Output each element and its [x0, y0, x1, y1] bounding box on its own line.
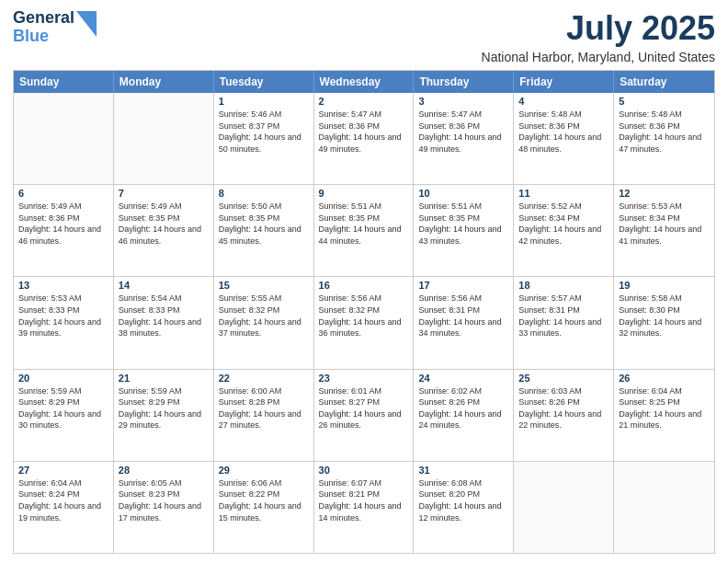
calendar-cell: 13Sunrise: 5:53 AM Sunset: 8:33 PM Dayli… [14, 277, 114, 368]
day-number: 26 [619, 373, 710, 384]
day-number: 29 [219, 465, 309, 476]
calendar-header: SundayMondayTuesdayWednesdayThursdayFrid… [14, 71, 714, 93]
day-number: 8 [219, 188, 309, 199]
day-number: 27 [18, 465, 108, 476]
day-number: 15 [219, 280, 309, 291]
calendar-body: 1Sunrise: 5:46 AM Sunset: 8:37 PM Daylig… [14, 93, 714, 553]
day-number: 11 [518, 188, 609, 199]
calendar-cell: 27Sunrise: 6:04 AM Sunset: 8:24 PM Dayli… [14, 462, 114, 553]
day-number: 16 [319, 280, 409, 291]
day-header-wednesday: Wednesday [314, 71, 415, 93]
cell-sun-info: Sunrise: 5:53 AM Sunset: 8:34 PM Dayligh… [619, 201, 710, 247]
calendar-cell: 11Sunrise: 5:52 AM Sunset: 8:34 PM Dayli… [514, 185, 614, 276]
day-number: 24 [418, 373, 508, 384]
day-number: 17 [418, 280, 508, 291]
day-header-thursday: Thursday [414, 71, 514, 93]
cell-sun-info: Sunrise: 5:51 AM Sunset: 8:35 PM Dayligh… [418, 201, 508, 247]
calendar-cell: 30Sunrise: 6:07 AM Sunset: 8:21 PM Dayli… [314, 462, 415, 553]
day-header-tuesday: Tuesday [214, 71, 314, 93]
cell-sun-info: Sunrise: 6:07 AM Sunset: 8:21 PM Dayligh… [319, 477, 409, 523]
cell-sun-info: Sunrise: 5:48 AM Sunset: 8:36 PM Dayligh… [619, 109, 710, 155]
calendar-cell [114, 93, 214, 184]
cell-sun-info: Sunrise: 6:00 AM Sunset: 8:28 PM Dayligh… [219, 385, 309, 431]
cell-sun-info: Sunrise: 5:59 AM Sunset: 8:29 PM Dayligh… [18, 385, 108, 431]
calendar-cell: 2Sunrise: 5:47 AM Sunset: 8:36 PM Daylig… [314, 93, 415, 184]
calendar-week-3: 13Sunrise: 5:53 AM Sunset: 8:33 PM Dayli… [14, 277, 714, 369]
day-number: 12 [619, 188, 710, 199]
day-header-monday: Monday [114, 71, 214, 93]
day-number: 13 [18, 280, 108, 291]
cell-sun-info: Sunrise: 5:56 AM Sunset: 8:32 PM Dayligh… [319, 293, 409, 339]
subtitle: National Harbor, Maryland, United States [482, 50, 715, 64]
cell-sun-info: Sunrise: 5:58 AM Sunset: 8:30 PM Dayligh… [619, 293, 710, 339]
calendar-cell: 8Sunrise: 5:50 AM Sunset: 8:35 PM Daylig… [214, 185, 314, 276]
calendar-week-4: 20Sunrise: 5:59 AM Sunset: 8:29 PM Dayli… [14, 370, 714, 462]
cell-sun-info: Sunrise: 6:06 AM Sunset: 8:22 PM Dayligh… [219, 477, 309, 523]
day-number: 2 [319, 96, 409, 107]
logo: General Blue [13, 9, 97, 46]
day-number: 22 [219, 373, 309, 384]
day-number: 14 [119, 280, 209, 291]
day-number: 9 [319, 188, 409, 199]
cell-sun-info: Sunrise: 5:47 AM Sunset: 8:36 PM Dayligh… [418, 109, 508, 155]
calendar-cell [614, 462, 714, 553]
calendar-cell: 10Sunrise: 5:51 AM Sunset: 8:35 PM Dayli… [414, 185, 514, 276]
day-number: 3 [418, 96, 508, 107]
cell-sun-info: Sunrise: 5:51 AM Sunset: 8:35 PM Dayligh… [319, 201, 409, 247]
calendar-cell: 12Sunrise: 5:53 AM Sunset: 8:34 PM Dayli… [614, 185, 714, 276]
calendar-cell: 6Sunrise: 5:49 AM Sunset: 8:36 PM Daylig… [14, 185, 114, 276]
calendar-cell: 26Sunrise: 6:04 AM Sunset: 8:25 PM Dayli… [614, 370, 714, 461]
cell-sun-info: Sunrise: 5:48 AM Sunset: 8:36 PM Dayligh… [518, 109, 609, 155]
calendar-cell: 4Sunrise: 5:48 AM Sunset: 8:36 PM Daylig… [514, 93, 614, 184]
cell-sun-info: Sunrise: 5:46 AM Sunset: 8:37 PM Dayligh… [219, 109, 309, 155]
cell-sun-info: Sunrise: 6:05 AM Sunset: 8:23 PM Dayligh… [119, 477, 209, 523]
cell-sun-info: Sunrise: 5:56 AM Sunset: 8:31 PM Dayligh… [418, 293, 508, 339]
calendar-cell: 16Sunrise: 5:56 AM Sunset: 8:32 PM Dayli… [314, 277, 415, 368]
header: General Blue July 2025 National Harbor, … [13, 9, 715, 64]
calendar-cell [514, 462, 614, 553]
calendar-cell: 15Sunrise: 5:55 AM Sunset: 8:32 PM Dayli… [214, 277, 314, 368]
calendar-cell: 24Sunrise: 6:02 AM Sunset: 8:26 PM Dayli… [414, 370, 514, 461]
calendar-cell: 22Sunrise: 6:00 AM Sunset: 8:28 PM Dayli… [214, 370, 314, 461]
svg-marker-0 [76, 11, 97, 37]
calendar-cell: 29Sunrise: 6:06 AM Sunset: 8:22 PM Dayli… [214, 462, 314, 553]
calendar-cell: 20Sunrise: 5:59 AM Sunset: 8:29 PM Dayli… [14, 370, 114, 461]
calendar-cell: 14Sunrise: 5:54 AM Sunset: 8:33 PM Dayli… [114, 277, 214, 368]
day-number: 6 [18, 188, 108, 199]
cell-sun-info: Sunrise: 6:08 AM Sunset: 8:20 PM Dayligh… [418, 477, 508, 523]
day-header-sunday: Sunday [14, 71, 114, 93]
calendar-cell: 5Sunrise: 5:48 AM Sunset: 8:36 PM Daylig… [614, 93, 714, 184]
title-block: July 2025 National Harbor, Maryland, Uni… [482, 9, 715, 64]
day-number: 1 [219, 96, 309, 107]
calendar-cell: 23Sunrise: 6:01 AM Sunset: 8:27 PM Dayli… [314, 370, 415, 461]
calendar-cell: 28Sunrise: 6:05 AM Sunset: 8:23 PM Dayli… [114, 462, 214, 553]
cell-sun-info: Sunrise: 5:50 AM Sunset: 8:35 PM Dayligh… [219, 201, 309, 247]
logo-general: General [13, 9, 74, 28]
day-number: 10 [418, 188, 508, 199]
calendar-cell: 3Sunrise: 5:47 AM Sunset: 8:36 PM Daylig… [414, 93, 514, 184]
main-title: July 2025 [482, 9, 715, 48]
cell-sun-info: Sunrise: 6:04 AM Sunset: 8:24 PM Dayligh… [18, 477, 108, 523]
day-header-friday: Friday [514, 71, 614, 93]
cell-sun-info: Sunrise: 6:02 AM Sunset: 8:26 PM Dayligh… [418, 385, 508, 431]
calendar-week-1: 1Sunrise: 5:46 AM Sunset: 8:37 PM Daylig… [14, 93, 714, 185]
day-number: 30 [319, 465, 409, 476]
calendar-cell: 1Sunrise: 5:46 AM Sunset: 8:37 PM Daylig… [214, 93, 314, 184]
calendar-cell: 31Sunrise: 6:08 AM Sunset: 8:20 PM Dayli… [414, 462, 514, 553]
cell-sun-info: Sunrise: 5:55 AM Sunset: 8:32 PM Dayligh… [219, 293, 309, 339]
cell-sun-info: Sunrise: 5:49 AM Sunset: 8:35 PM Dayligh… [119, 201, 209, 247]
page: General Blue July 2025 National Harbor, … [0, 0, 728, 563]
cell-sun-info: Sunrise: 6:04 AM Sunset: 8:25 PM Dayligh… [619, 385, 710, 431]
calendar-cell: 21Sunrise: 5:59 AM Sunset: 8:29 PM Dayli… [114, 370, 214, 461]
cell-sun-info: Sunrise: 5:53 AM Sunset: 8:33 PM Dayligh… [18, 293, 108, 339]
cell-sun-info: Sunrise: 5:47 AM Sunset: 8:36 PM Dayligh… [319, 109, 409, 155]
day-number: 28 [119, 465, 209, 476]
calendar-week-2: 6Sunrise: 5:49 AM Sunset: 8:36 PM Daylig… [14, 185, 714, 277]
calendar-cell: 18Sunrise: 5:57 AM Sunset: 8:31 PM Dayli… [514, 277, 614, 368]
cell-sun-info: Sunrise: 5:57 AM Sunset: 8:31 PM Dayligh… [518, 293, 609, 339]
cell-sun-info: Sunrise: 6:03 AM Sunset: 8:26 PM Dayligh… [518, 385, 609, 431]
calendar-cell [14, 93, 114, 184]
calendar-cell: 25Sunrise: 6:03 AM Sunset: 8:26 PM Dayli… [514, 370, 614, 461]
day-number: 20 [18, 373, 108, 384]
logo-triangle-icon [76, 11, 97, 37]
